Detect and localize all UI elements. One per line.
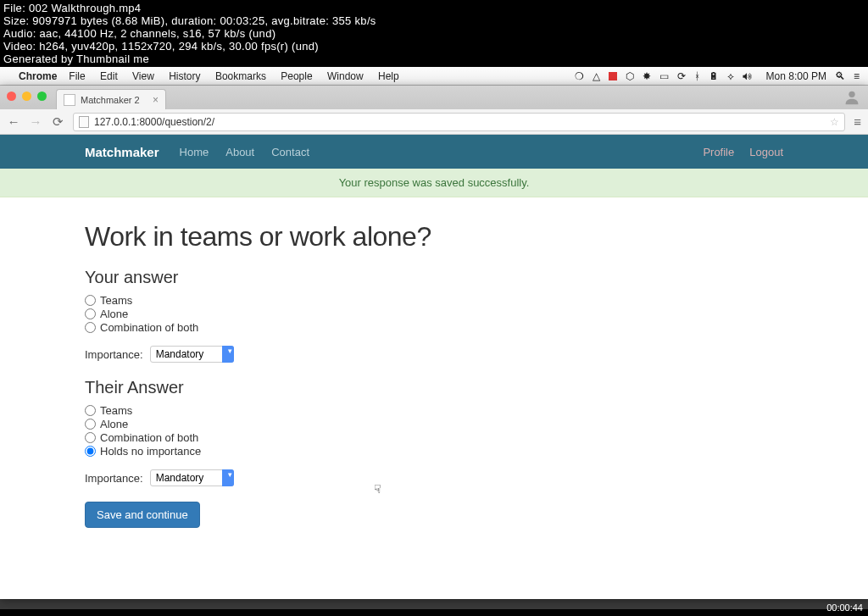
overlay-file: File: 002 Walkthrough.mp4 xyxy=(3,2,376,14)
chrome-tab-bar: Matchmaker 2 × xyxy=(0,86,868,109)
their-option-alone[interactable]: Alone xyxy=(85,418,783,430)
display-icon[interactable]: ▭ xyxy=(659,70,669,82)
svg-point-0 xyxy=(849,92,854,97)
menu-people[interactable]: People xyxy=(281,70,312,82)
nav-profile[interactable]: Profile xyxy=(703,146,734,158)
chrome-profile-icon[interactable] xyxy=(843,88,861,107)
battery-icon[interactable]: 🔋︎ xyxy=(709,70,719,82)
their-importance-row: Importance: Mandatory xyxy=(85,469,783,486)
your-radio-alone[interactable] xyxy=(85,308,96,319)
your-importance-select[interactable]: Mandatory xyxy=(150,346,234,363)
reload-button[interactable]: ⟳ xyxy=(51,114,64,130)
nav-home[interactable]: Home xyxy=(180,146,209,158)
menu-history[interactable]: History xyxy=(169,70,200,82)
tab-title: Matchmaker 2 xyxy=(81,95,140,105)
their-label-none: Holds no importance xyxy=(100,445,201,458)
nav-about[interactable]: About xyxy=(225,146,254,158)
tab-favicon xyxy=(64,94,75,106)
menu-help[interactable]: Help xyxy=(378,70,399,82)
their-label-teams: Teams xyxy=(100,404,132,417)
your-label-alone: Alone xyxy=(100,308,128,320)
spotlight-icon[interactable]: 🔍︎ xyxy=(835,70,845,82)
your-option-teams[interactable]: Teams xyxy=(85,294,783,307)
their-option-combo[interactable]: Combination of both xyxy=(85,431,783,444)
notification-icon[interactable]: ✸ xyxy=(643,70,651,82)
overlay-gen: Generated by Thumbnail me xyxy=(3,53,376,65)
menu-bookmarks[interactable]: Bookmarks xyxy=(215,70,266,82)
beats-icon[interactable]: ❍ xyxy=(575,70,584,82)
chrome-menu-icon[interactable]: ≡ xyxy=(854,114,861,129)
recording-icon[interactable] xyxy=(609,72,617,80)
your-label-combo: Combination of both xyxy=(100,321,198,334)
menubar-menus: File Edit View History Bookmarks People … xyxy=(69,70,410,82)
your-answer-heading: Your answer xyxy=(85,268,783,287)
sync-icon[interactable]: ⟳ xyxy=(677,70,686,82)
wifi-icon[interactable]: ⟡ xyxy=(727,70,734,82)
menubar-app-name[interactable]: Chrome xyxy=(19,70,57,82)
menubar-clock[interactable]: Mon 8:00 PM xyxy=(766,70,826,82)
back-button[interactable]: ← xyxy=(7,114,20,129)
success-alert: Your response was saved successfully. xyxy=(0,169,868,197)
window-controls xyxy=(7,92,47,101)
web-page: Matchmaker Home About Contact Profile Lo… xyxy=(0,135,868,599)
their-radio-none[interactable] xyxy=(85,446,96,457)
menu-file[interactable]: File xyxy=(69,70,85,82)
their-importance-label: Importance: xyxy=(85,472,143,485)
url-text: 127.0.0.1:8000/question/2/ xyxy=(94,116,214,128)
menu-view[interactable]: View xyxy=(132,70,154,82)
main-container: Work in teams or work alone? Your answer… xyxy=(0,197,868,552)
close-window-button[interactable] xyxy=(7,92,16,101)
chrome-window: Matchmaker 2 × ← → ⟳ 127.0.0.1:8000/ques… xyxy=(0,86,868,599)
macos-desktop: Chrome File Edit View History Bookmarks … xyxy=(0,67,868,609)
your-radio-teams[interactable] xyxy=(85,295,96,306)
your-importance-label: Importance: xyxy=(85,348,143,361)
page-icon xyxy=(79,116,89,128)
your-option-alone[interactable]: Alone xyxy=(85,308,783,320)
chrome-toolbar: ← → ⟳ 127.0.0.1:8000/question/2/ ☆ ≡ xyxy=(0,109,868,135)
tab-close-icon[interactable]: × xyxy=(153,94,159,106)
browser-tab[interactable]: Matchmaker 2 × xyxy=(56,89,166,109)
menu-window[interactable]: Window xyxy=(327,70,364,82)
their-radio-alone[interactable] xyxy=(85,419,96,430)
navbar-brand[interactable]: Matchmaker xyxy=(85,145,159,159)
your-radio-combo[interactable] xyxy=(85,322,96,333)
their-radio-combo[interactable] xyxy=(85,432,96,443)
their-answer-heading: Their Answer xyxy=(85,378,783,397)
site-navbar: Matchmaker Home About Contact Profile Lo… xyxy=(0,135,868,169)
save-continue-button[interactable]: Save and continue xyxy=(85,502,200,528)
menubar-status-icons: ❍ △ ⬡ ✸ ▭ ⟳ ᚼ 🔋︎ ⟡ 🔊︎ Mon 8:00 PM 🔍︎ ≡ xyxy=(575,70,860,82)
overlay-timestamp: 00:00:44 xyxy=(826,602,863,613)
overlay-audio: Audio: aac, 44100 Hz, 2 channels, s16, 5… xyxy=(3,27,376,40)
their-label-combo: Combination of both xyxy=(100,431,198,444)
their-radio-teams[interactable] xyxy=(85,405,96,416)
cloud-icon[interactable]: △ xyxy=(593,70,600,82)
their-importance-select[interactable]: Mandatory xyxy=(150,469,234,486)
your-label-teams: Teams xyxy=(100,294,132,307)
their-option-teams[interactable]: Teams xyxy=(85,404,783,417)
bluetooth-icon[interactable]: ᚼ xyxy=(694,70,700,82)
volume-icon[interactable]: 🔊︎ xyxy=(743,70,753,82)
bookmark-star-icon[interactable]: ☆ xyxy=(830,116,839,128)
question-heading: Work in teams or work alone? xyxy=(85,221,783,253)
forward-button[interactable]: → xyxy=(29,114,42,129)
alert-text: Your response was saved successfully. xyxy=(339,176,530,189)
macos-menubar: Chrome File Edit View History Bookmarks … xyxy=(0,67,868,86)
their-label-alone: Alone xyxy=(100,418,128,430)
minimize-window-button[interactable] xyxy=(22,92,31,101)
their-option-none[interactable]: Holds no importance xyxy=(85,445,783,458)
your-option-combo[interactable]: Combination of both xyxy=(85,321,783,334)
overlay-size: Size: 9097971 bytes (8.68 MiB), duration… xyxy=(3,14,376,27)
maximize-window-button[interactable] xyxy=(37,92,47,101)
overlay-video: Video: h264, yuv420p, 1152x720, 294 kb/s… xyxy=(3,40,376,53)
address-bar[interactable]: 127.0.0.1:8000/question/2/ ☆ xyxy=(73,113,845,131)
nav-logout[interactable]: Logout xyxy=(749,146,783,158)
video-metadata-overlay: File: 002 Walkthrough.mp4 Size: 9097971 … xyxy=(0,0,380,67)
notification-center-icon[interactable]: ≡ xyxy=(854,70,860,82)
menu-edit[interactable]: Edit xyxy=(100,70,118,82)
nav-contact[interactable]: Contact xyxy=(271,146,309,158)
dropbox-icon[interactable]: ⬡ xyxy=(626,70,634,82)
your-importance-row: Importance: Mandatory xyxy=(85,346,783,363)
